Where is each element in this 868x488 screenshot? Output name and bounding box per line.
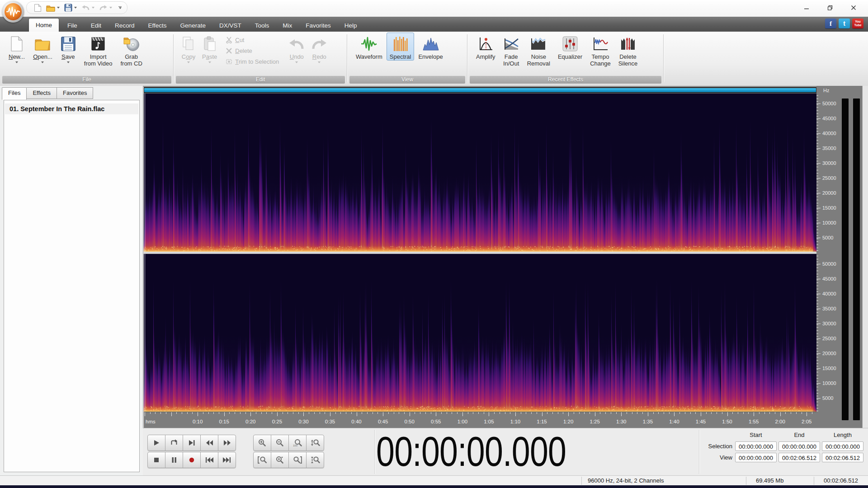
twitter-icon[interactable]: t: [839, 19, 850, 28]
play-to-end-button[interactable]: [183, 435, 201, 451]
maximize-button[interactable]: [818, 0, 842, 15]
sidebar-tabs: Files Effects Favorites: [2, 87, 93, 99]
ribbon-tab-generate[interactable]: Generate: [174, 20, 212, 32]
go-to-end-button[interactable]: [218, 452, 236, 468]
quick-new-button[interactable]: [32, 3, 43, 13]
timeline-tick: [695, 412, 696, 414]
amplify-button[interactable]: Amplify: [473, 33, 499, 61]
undo-dropdown-caret[interactable]: [92, 7, 94, 9]
undo-dropdown-caret[interactable]: [295, 61, 298, 63]
equalizer-button[interactable]: Equalizer: [555, 33, 585, 61]
redo-dropdown-caret[interactable]: [318, 61, 321, 63]
spectrogram-channel-2[interactable]: [144, 254, 816, 412]
ribbon-tab-mix[interactable]: Mix: [276, 20, 299, 32]
quick-save-button[interactable]: [62, 3, 79, 13]
sidebar-tab-files[interactable]: Files: [2, 87, 27, 100]
new-button[interactable]: New...: [5, 33, 28, 64]
envelope-view-button[interactable]: Envelope: [415, 33, 446, 61]
ribbon-tab-effects[interactable]: Effects: [142, 20, 174, 32]
freq-tick: [816, 271, 818, 271]
tempo-change-button[interactable]: Tempo Change: [587, 33, 614, 67]
delete-button[interactable]: Delete: [224, 45, 281, 56]
playhead-cursor[interactable]: [145, 94, 145, 252]
close-button[interactable]: [842, 0, 865, 15]
copy-button[interactable]: Copy: [178, 33, 199, 64]
freq-tick-major: [816, 309, 821, 309]
zoom-vertical-in-button[interactable]: [306, 435, 324, 451]
zoom-selection-end-button[interactable]: [288, 452, 307, 468]
ribbon-tab-dxvst[interactable]: DX/VST: [212, 20, 248, 32]
vertical-scrollbar[interactable]: [862, 86, 868, 428]
redo-button[interactable]: Redo: [308, 33, 330, 64]
zoom-vertical-out-button[interactable]: [306, 452, 324, 468]
fast-forward-button[interactable]: [218, 435, 236, 451]
paste-button[interactable]: Paste: [199, 33, 220, 64]
ribbon-tab-record[interactable]: Record: [108, 20, 142, 32]
trim-to-selection-button[interactable]: Trim to Selection: [224, 56, 281, 67]
delete-silence-button[interactable]: Delete Silence: [615, 33, 641, 67]
open-button[interactable]: Open...: [30, 33, 56, 64]
view-start-field[interactable]: 00:00:00.000: [735, 453, 777, 462]
horizontal-scrollbar-thumb[interactable]: [144, 88, 816, 92]
sidebar-tab-effects[interactable]: Effects: [27, 87, 57, 99]
customize-toolbar-button[interactable]: [118, 6, 122, 9]
open-dropdown-caret[interactable]: [41, 61, 44, 63]
new-dropdown-caret[interactable]: [15, 61, 18, 63]
undo-button[interactable]: Undo: [285, 33, 308, 64]
import-from-video-button[interactable]: Import from Video: [81, 33, 116, 67]
stop-button[interactable]: [147, 452, 165, 468]
ribbon-tab-home[interactable]: Home: [29, 19, 59, 32]
ribbon-tab-tools[interactable]: Tools: [248, 20, 276, 32]
cut-button[interactable]: Cut: [224, 34, 281, 45]
open-dropdown-caret[interactable]: [57, 7, 60, 9]
zoom-100-button[interactable]: 100: [288, 435, 307, 451]
waveform-view-button[interactable]: Waveform: [353, 33, 386, 61]
view-end-field[interactable]: 00:02:06.512: [778, 453, 820, 462]
pause-button[interactable]: [165, 452, 183, 468]
quick-undo-button[interactable]: [80, 3, 96, 12]
record-button[interactable]: [183, 452, 201, 468]
rewind-button[interactable]: [200, 435, 218, 451]
quick-redo-button[interactable]: [97, 3, 114, 12]
ribbon-tab-edit[interactable]: Edit: [84, 20, 108, 32]
spectral-view-button[interactable]: Spectral: [387, 33, 415, 61]
grab-from-cd-button[interactable]: Grab from CD: [117, 33, 145, 67]
selection-end-field[interactable]: 00:00:00.000: [778, 441, 820, 451]
zoom-selection-start-button[interactable]: [253, 452, 271, 468]
timeline-ruler[interactable]: hms 0:100:150:200:250:300:350:400:450:50…: [144, 412, 816, 428]
play-button[interactable]: [147, 435, 165, 451]
ribbon-tab-favorites[interactable]: Favorites: [299, 20, 338, 32]
file-list-item[interactable]: 01. September In The Rain.flac: [5, 103, 138, 114]
ribbon-tab-help[interactable]: Help: [338, 20, 364, 32]
view-length-field[interactable]: 00:02:06.512: [822, 453, 863, 462]
zoom-out-button[interactable]: [271, 435, 289, 451]
freq-tick: [816, 188, 818, 188]
fade-in-out-button[interactable]: Fade In/Out: [500, 33, 523, 67]
youtube-icon[interactable]: You Tube: [852, 19, 863, 28]
quick-open-button[interactable]: [44, 3, 61, 13]
zoom-in-button[interactable]: [253, 435, 271, 451]
selection-length-field[interactable]: 00:00:00.000: [822, 441, 863, 451]
minimize-button[interactable]: [795, 0, 818, 15]
ribbon-tab-file[interactable]: File: [61, 20, 84, 32]
save-dropdown-caret[interactable]: [74, 7, 77, 9]
spectrogram-channel-1[interactable]: [144, 94, 816, 252]
zoom-selection-button[interactable]: [271, 452, 289, 468]
freq-tick: [816, 345, 818, 346]
sidebar-tab-favorites[interactable]: Favorites: [57, 87, 93, 99]
save-button[interactable]: Save: [57, 33, 79, 64]
copy-dropdown-caret[interactable]: [187, 61, 190, 63]
app-logo[interactable]: [2, 1, 24, 23]
horizontal-scrollbar[interactable]: [144, 87, 816, 94]
go-to-start-button[interactable]: [200, 452, 218, 468]
loop-playback-button[interactable]: [165, 435, 183, 451]
selection-start-field[interactable]: 00:00:00.000: [735, 441, 777, 451]
redo-dropdown-caret[interactable]: [109, 7, 112, 9]
paste-dropdown-caret[interactable]: [208, 61, 211, 63]
noise-removal-button[interactable]: Noise Removal: [524, 33, 553, 67]
timeline-tick: [283, 412, 283, 414]
facebook-icon[interactable]: f: [825, 19, 836, 28]
playhead-cursor[interactable]: [145, 254, 145, 412]
freq-tick: [816, 197, 818, 197]
save-dropdown-caret[interactable]: [67, 61, 70, 63]
